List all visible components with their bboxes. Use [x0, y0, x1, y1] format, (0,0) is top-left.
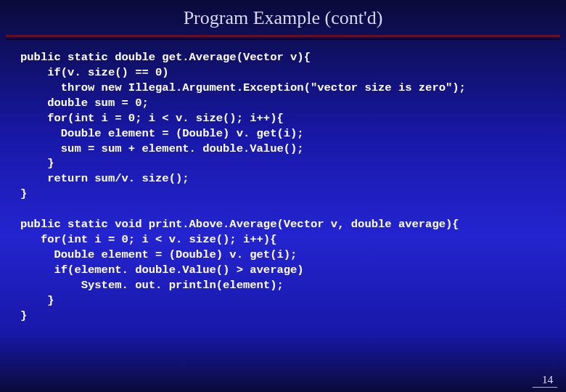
code-line: if(element. double.Value() > average): [20, 264, 304, 277]
code-line: double sum = 0;: [20, 97, 149, 110]
code-block: public static double get.Average(Vector …: [0, 40, 566, 324]
presentation-slide: Program Example (cont'd) public static d…: [0, 0, 566, 392]
page-number: 14: [542, 374, 553, 386]
code-line: sum = sum + element. double.Value();: [20, 142, 304, 155]
code-line: }: [20, 309, 27, 322]
code-line: Double element = (Double) v. get(i);: [20, 127, 304, 140]
title-underline: [6, 35, 560, 37]
code-line: }: [20, 187, 27, 200]
code-line: if(v. size() == 0): [20, 66, 169, 79]
code-line: throw new Illegal.Argument.Exception("ve…: [20, 81, 466, 94]
code-line: return sum/v. size();: [20, 172, 189, 185]
code-line: for(int i = 0; i < v. size(); i++){: [20, 233, 276, 246]
code-line: }: [20, 157, 54, 170]
code-line: public static void print.Above.Average(V…: [20, 218, 459, 231]
code-line: public static double get.Average(Vector …: [20, 51, 311, 64]
code-line: System. out. println(element);: [20, 279, 284, 292]
code-line: }: [20, 294, 54, 307]
code-line: for(int i = 0; i < v. size(); i++){: [20, 112, 284, 125]
code-line: Double element = (Double) v. get(i);: [20, 248, 297, 261]
slide-title: Program Example (cont'd): [0, 0, 566, 35]
page-number-underline: [533, 387, 557, 388]
